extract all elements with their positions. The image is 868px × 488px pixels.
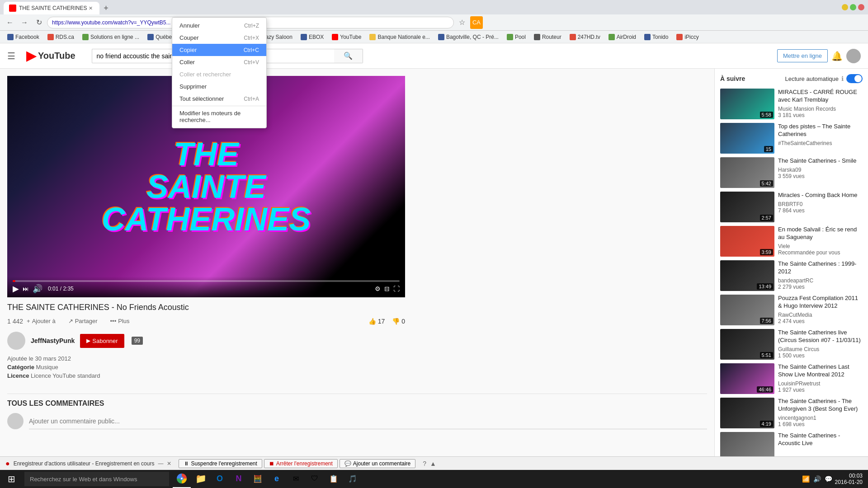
stop-recording-button[interactable]: ⏹ Arrêter l'enregistrement [264,459,338,468]
related-video-item[interactable]: 4:19 The Sainte Catherines - The Unforgi… [720,398,863,428]
related-channel: #TheSainteCatherines [778,140,863,146]
window-close-button[interactable] [858,4,864,10]
taskbar-app-calc[interactable]: 🧮 [249,470,267,488]
recording-minimize-button[interactable]: — [158,460,163,467]
related-video-item[interactable]: 5:58 MIRACLES - CARRÉ ROUGE avec Karl Tr… [720,89,863,119]
play-button[interactable]: ▶ [13,284,19,294]
notification-icon[interactable]: 💬 [825,475,832,483]
context-menu-shortcut: Ctrl+A [244,96,259,102]
subscribe-button[interactable]: ▶ Sabonner [80,334,124,348]
taskbar: ⊞ Recherchez sur le Web et dans Windows … [0,470,868,488]
context-menu-item-copier[interactable]: Copier Ctrl+C [172,44,266,56]
bookmark-facebook[interactable]: Facebook [4,33,43,41]
related-video-item[interactable]: 15 Top des pistes – The Sainte Catherine… [720,123,863,154]
ellipsis-icon: ••• [110,318,117,324]
suspend-recording-button[interactable]: ⏸ Suspendre l'enregistrement [179,459,262,468]
related-duration: 15 [764,146,773,152]
related-video-item[interactable]: 5:51 The Sainte Catherines live (Circus … [720,329,863,360]
bookmark-rds[interactable]: RDS.ca [44,33,78,41]
new-tab-button[interactable]: + [99,2,112,14]
taskbar-date-display: 2016-01-20 [835,479,863,485]
related-video-item[interactable]: 5:42 The Sainte Catherines - Smile Harsk… [720,157,863,188]
refresh-button[interactable]: ↻ [33,16,45,29]
related-info: Top des pistes – The Sainte Catherines #… [778,123,863,154]
start-button[interactable]: ⊞ [0,470,23,488]
context-menu-item-label: Annuler [179,22,200,29]
context-menu-item-supprimer[interactable]: Supprimer [172,80,266,93]
related-info: MIRACLES - CARRÉ ROUGE avec Karl Trembla… [778,89,863,119]
help-icon[interactable]: ? [423,460,426,467]
volume-icon[interactable]: 🔊 [813,475,821,483]
settings-button[interactable]: ⚙ [375,285,381,292]
related-video-item[interactable]: 3:59 En mode Salvail : Éric se rend au S… [720,226,863,257]
related-duration: 2:57 [760,215,773,221]
tab-close-button[interactable]: ✕ [87,5,94,12]
related-duration: 13:49 [757,283,773,290]
add-comment-recording-button[interactable]: 💬 Ajouter un commentaire [340,459,415,468]
progress-bar[interactable] [13,280,400,282]
notifications-bell-icon[interactable]: 🔔 [831,51,843,61]
bookmark-routeur[interactable]: Routeur [530,33,565,41]
bookmark-ipiccy[interactable]: iPiccy [673,33,702,41]
header-right: Mettre en ligne 🔔 [777,49,861,63]
context-menu-item-coller[interactable]: Coller Ctrl+V [172,56,266,68]
comment-input[interactable] [29,413,707,429]
taskbar-app-mail[interactable]: ✉ [287,470,305,488]
network-icon[interactable]: 📶 [802,475,810,483]
channel-name[interactable]: JeffNastyPunk [31,337,75,344]
menu-icon[interactable]: ☰ [7,51,15,61]
youtube-logo[interactable]: ▶ YouTube [26,48,75,63]
recording-close-button[interactable]: ✕ [167,460,171,467]
taskbar-app-chrome[interactable] [173,470,191,488]
bookmark-airdroid[interactable]: AirDroid [605,33,640,41]
taskbar-app-security[interactable]: 🛡 [306,470,324,488]
share-button[interactable]: ↗ Partager [65,316,101,326]
fullscreen-button[interactable]: ⛶ [393,285,400,292]
related-video-item[interactable]: 13:49 The Sainte Catherines : 1999-2012 … [720,260,863,291]
browser-tab[interactable]: THE SAINTE CATHERINES ✕ [4,2,99,14]
more-button[interactable]: ••• Plus [107,316,133,326]
bookmark-label: YouTube [340,34,361,40]
bookmark-ebox[interactable]: EBOX [297,33,327,41]
window-minimize-button[interactable] [842,4,848,10]
taskbar-app-task[interactable]: 📋 [325,470,343,488]
taskbar-app-onenote[interactable]: N [230,470,248,488]
back-button[interactable]: ← [4,16,16,29]
forward-button[interactable]: → [18,16,31,29]
volume-button[interactable]: 🔊 [33,284,42,294]
add-to-button[interactable]: + Ajouter à [23,316,59,326]
expand-icon[interactable]: ▲ [430,460,436,467]
taskbar-app-explorer[interactable]: 📁 [192,470,210,488]
context-menu-item-tout-slectionner[interactable]: Tout sélectionner Ctrl+A [172,93,266,105]
related-video-item[interactable]: 46:46 The Sainte Catherines Last Show Li… [720,363,863,394]
search-button[interactable]: 🔍 [334,49,363,63]
related-video-item[interactable]: 2:57 Miracles - Coming Back Home BRBRTF0… [720,192,863,222]
bookmark-bagotville[interactable]: Bagotville, QC - Pré... [434,33,502,41]
bookmark-tonido[interactable]: Tonido [641,33,672,41]
miniplayer-button[interactable]: ⊟ [384,285,390,292]
autoplay-toggle[interactable] [846,74,863,83]
channel-avatar[interactable] [7,332,25,350]
taskbar-search[interactable]: Recherchez sur le Web et dans Windows [24,472,169,486]
related-video-item[interactable]: 7:56 Pouzza Fest Compilation 2011 & Hugo… [720,295,863,325]
task-icon: 📋 [329,474,338,483]
taskbar-app-media[interactable]: 🎵 [344,470,362,488]
bookmark-banque[interactable]: Banque Nationale e... [366,33,433,41]
context-menu-item-couper[interactable]: Couper Ctrl+X [172,32,266,44]
bookmark-star-icon[interactable]: ☆ [456,16,468,29]
bookmark-youtube[interactable]: YouTube [328,33,365,41]
upload-button[interactable]: Mettre en ligne [777,49,828,62]
bookmark-pool[interactable]: Pool [503,33,529,41]
taskbar-app-ie[interactable]: e [268,470,286,488]
user-avatar[interactable] [846,49,861,63]
info-icon[interactable]: ℹ [841,75,844,82]
taskbar-clock[interactable]: 00:03 2016-01-20 [835,473,863,485]
extensions-icon[interactable]: CA [470,16,483,29]
context-menu-item-modifier-les-moteurs-de-recherche[interactable]: Modifier les moteurs de recherche... [172,107,266,126]
window-maximize-button[interactable] [850,4,856,10]
bookmark-solutions[interactable]: Solutions en ligne ... [79,33,143,41]
context-menu-item-annuler[interactable]: Annuler Ctrl+Z [172,19,266,32]
taskbar-app-outlook[interactable]: O [211,470,229,488]
bookmark-247hd[interactable]: 247HD.tv [566,33,604,41]
next-button[interactable]: ⏭ [23,285,29,292]
